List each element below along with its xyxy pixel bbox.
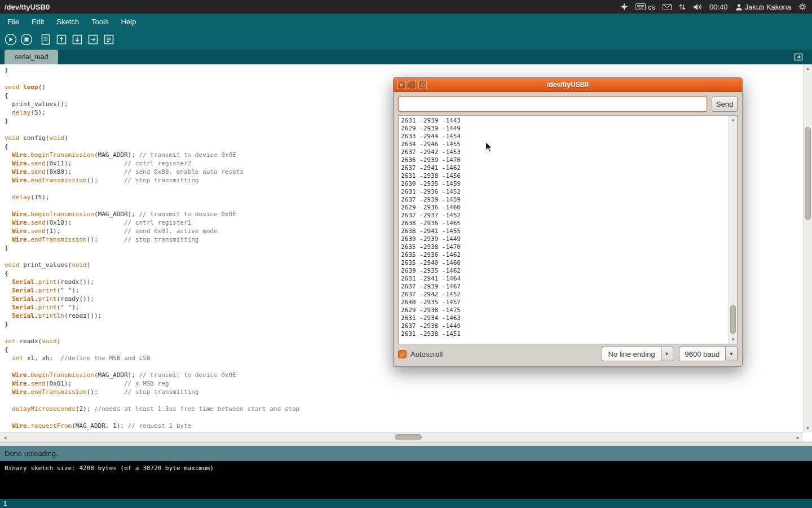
chrome-strip	[0, 441, 812, 446]
maximize-icon[interactable]: □	[418, 81, 427, 89]
line-ending-value: No line ending	[602, 347, 660, 361]
chevron-down-icon[interactable]: ▼	[725, 347, 738, 361]
editor-vertical-scrollbar[interactable]: ▴ ▾	[803, 64, 812, 432]
serial-scroll-up-icon[interactable]: ▴	[729, 117, 737, 122]
volume-icon[interactable]	[693, 3, 702, 11]
verify-button[interactable]	[3, 32, 19, 47]
status-message: Done uploading.	[5, 449, 58, 458]
verify-icon	[4, 33, 17, 46]
menu-item-edit[interactable]: Edit	[25, 14, 50, 29]
new-icon	[39, 33, 52, 46]
code-line: Wire.beginTransmission(MAG_ADDR); // tra…	[5, 371, 803, 379]
upload-icon	[86, 33, 100, 46]
serial-line: 2631 -2934 -1463	[401, 314, 726, 322]
clock[interactable]: 00:40	[709, 3, 728, 11]
tab-menu-icon	[793, 51, 804, 63]
code-line: }	[5, 66, 803, 75]
serial-line: 2637 -2938 -1449	[401, 322, 726, 330]
scroll-down-icon[interactable]: ▾	[804, 426, 812, 431]
serial-output-area: 2631 -2939 -14432629 -2939 -14492633 -29…	[398, 115, 738, 344]
baud-rate-value: 9600 baud	[679, 347, 725, 361]
indicator-icon[interactable]	[620, 3, 628, 11]
serial-line: 2637 -2939 -1459	[401, 196, 726, 204]
keyboard-layout-indicator[interactable]: cs	[636, 3, 655, 11]
editor-horizontal-scrollbar[interactable]: ◂ ▸	[0, 432, 803, 441]
close-icon[interactable]: ×	[397, 81, 405, 89]
keyboard-icon	[636, 3, 646, 10]
vertical-scroll-thumb[interactable]	[805, 127, 811, 220]
tab-serial-read[interactable]: serial_read	[5, 50, 58, 64]
baud-rate-dropdown[interactable]: 9600 baud ▼	[679, 347, 738, 361]
serial-line: 2633 -2944 -1454	[401, 133, 726, 141]
network-icon[interactable]	[679, 3, 686, 11]
menu-item-help[interactable]: Help	[114, 14, 142, 29]
serial-scroll-thumb[interactable]	[730, 305, 736, 334]
serial-line: 2629 -2938 -1475	[401, 306, 726, 314]
serial-line: 2635 -2940 -1460	[401, 259, 726, 267]
tab-label: serial_read	[15, 53, 48, 61]
new-button[interactable]	[38, 32, 54, 47]
window-controls: × − □	[394, 81, 427, 89]
open-button[interactable]	[54, 32, 69, 47]
serial-line: 2634 -2946 -1455	[401, 141, 726, 148]
serial-line: 2638 -2941 -1455	[401, 227, 726, 235]
serial-line: 2637 -2941 -1462	[401, 164, 726, 172]
code-line	[5, 413, 803, 422]
serial-line: 2637 -2939 -1467	[401, 283, 726, 291]
code-line	[5, 396, 803, 405]
open-icon	[55, 33, 68, 46]
serial-scrollbar[interactable]: ▴ ▾	[729, 116, 737, 344]
serial-line: 2639 -2939 -1449	[401, 235, 726, 243]
serial-monitor-title: /dev/ttyUSB0	[394, 81, 742, 89]
serial-line: 2631 -2936 -1452	[401, 188, 726, 196]
session-gear-icon[interactable]	[798, 3, 806, 11]
menubar: FileEditSketchToolsHelp	[0, 14, 812, 29]
menu-item-file[interactable]: File	[1, 14, 25, 29]
serial-line: 2637 -2942 -1453	[401, 148, 726, 156]
footer-bar: 1	[0, 499, 812, 508]
stop-button[interactable]	[19, 32, 34, 47]
upload-button[interactable]	[85, 32, 101, 47]
new-tab-button[interactable]	[793, 51, 804, 63]
menu-item-tools[interactable]: Tools	[85, 14, 114, 29]
serial-line: 2631 -2938 -1456	[401, 172, 726, 180]
serial-monitor-button[interactable]	[101, 32, 117, 47]
chevron-down-icon[interactable]: ▼	[661, 347, 673, 361]
serial-monitor-titlebar[interactable]: × − □ /dev/ttyUSB0	[394, 78, 742, 92]
save-icon	[70, 33, 84, 46]
user-menu[interactable]: Jakub Kakona	[735, 3, 791, 11]
scroll-right-icon[interactable]: ▸	[795, 435, 801, 440]
system-tray: cs 00:40 Jakub Kakona	[620, 3, 812, 11]
console-text: Binary sketch size: 4208 bytes (of a 307…	[5, 465, 214, 472]
serial-line: 2629 -2939 -1449	[401, 125, 726, 133]
serial-line: 2637 -2937 -1452	[401, 212, 726, 220]
serial-line: 2637 -2942 -1452	[401, 291, 726, 299]
toolbar	[0, 29, 812, 50]
menu-item-sketch[interactable]: Sketch	[50, 14, 85, 29]
console-output: Binary sketch size: 4208 bytes (of a 307…	[0, 461, 812, 499]
minimize-icon[interactable]: −	[408, 81, 416, 89]
serial-line: 2631 -2939 -1443	[401, 117, 726, 125]
serial-line: 2638 -2936 -1465	[401, 220, 726, 227]
serial-send-input[interactable]	[398, 97, 707, 112]
serial-output[interactable]: 2631 -2939 -14432629 -2939 -14492633 -29…	[399, 116, 729, 344]
status-bar: Done uploading.	[0, 446, 812, 461]
scroll-up-icon[interactable]: ▴	[804, 66, 812, 71]
send-button[interactable]: Send	[712, 97, 738, 112]
send-button-label: Send	[716, 100, 733, 108]
serial-line: 2636 -2939 -1470	[401, 156, 726, 164]
code-line: Wire.endTransmission(); // stop transmit…	[5, 388, 803, 396]
scroll-left-icon[interactable]: ◂	[2, 435, 8, 440]
serial-monitor-icon	[102, 33, 116, 46]
serial-line: 2630 -2935 -1459	[401, 180, 726, 188]
top-panel: /dev/ttyUSB0 cs 00:40 Jakub Kakona	[0, 0, 812, 14]
mail-icon[interactable]	[663, 4, 672, 10]
save-button[interactable]	[69, 32, 85, 47]
tabbar: serial_read	[0, 50, 812, 64]
line-ending-dropdown[interactable]: No line ending ▼	[602, 347, 673, 361]
horizontal-scroll-thumb[interactable]	[395, 434, 422, 440]
autoscroll-checkbox[interactable]: ✓	[398, 350, 407, 358]
serial-line: 2631 -2941 -1464	[401, 275, 726, 283]
serial-scroll-down-icon[interactable]: ▾	[729, 337, 737, 342]
code-line: delayMicroseconds(2); //needs at least 1…	[5, 405, 803, 413]
